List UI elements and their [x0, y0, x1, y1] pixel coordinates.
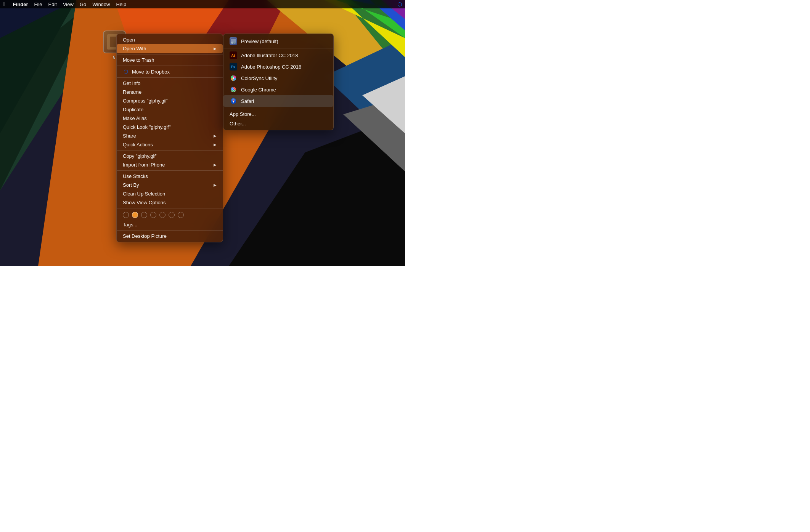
menu-item-duplicate[interactable]: Duplicate: [117, 105, 223, 114]
menu-item-use-stacks[interactable]: Use Stacks: [117, 172, 223, 181]
context-menu: Open Open With ▶ Move to Trash ⬡ Move to…: [116, 34, 223, 242]
menu-item-compress[interactable]: Compress "giphy.gif": [117, 96, 223, 105]
tag-dot-5[interactable]: [159, 212, 166, 218]
menubar:  Finder File Edit View Go Window Help ⬡: [0, 0, 405, 8]
separator-1: [117, 54, 223, 54]
submenu-item-app-store[interactable]: App Store...: [223, 109, 333, 119]
svg-point-23: [233, 42, 236, 44]
menu-item-rename[interactable]: Rename: [117, 88, 223, 96]
submenu-item-colorsync[interactable]: ColorSync Utility: [223, 72, 333, 84]
separator-6: [117, 208, 223, 208]
menu-item-quick-actions[interactable]: Quick Actions ▶: [117, 140, 223, 149]
submenu-item-preview[interactable]: Preview (default): [223, 35, 333, 47]
other-label: Other...: [230, 121, 246, 127]
quick-look-label: Quick Look "giphy.gif": [123, 124, 170, 130]
compress-label: Compress "giphy.gif": [123, 98, 169, 104]
photoshop-label: Adobe Photoshop CC 2018: [241, 64, 301, 70]
chrome-label: Google Chrome: [241, 87, 276, 93]
menu-item-make-alias[interactable]: Make Alias: [117, 114, 223, 123]
colorsync-label: ColorSync Utility: [241, 75, 277, 81]
separator-5: [117, 170, 223, 171]
app-name[interactable]: Finder: [13, 2, 28, 7]
menu-item-import-iphone[interactable]: Import from iPhone ▶: [117, 160, 223, 169]
photoshop-app-icon: Ps: [230, 63, 237, 71]
separator-3: [117, 77, 223, 78]
submenu-item-safari[interactable]: Safari: [223, 95, 333, 107]
menu-item-move-to-dropbox[interactable]: ⬡ Move to Dropbox: [117, 67, 223, 76]
submenu-open-with: Preview (default) Ai Adobe Illustrator C…: [223, 34, 334, 130]
import-iphone-arrow: ▶: [214, 163, 217, 167]
safari-app-icon: [230, 97, 237, 105]
menu-item-clean-up[interactable]: Clean Up Selection: [117, 189, 223, 198]
tag-dot-2[interactable]: [132, 212, 138, 218]
submenu-separator-1: [223, 48, 333, 48]
svg-point-22: [231, 42, 233, 44]
menu-view[interactable]: View: [63, 2, 74, 7]
tag-dot-4[interactable]: [150, 212, 156, 218]
menu-item-copy[interactable]: Copy "giphy.gif": [117, 152, 223, 160]
set-desktop-label: Set Desktop Picture: [123, 233, 167, 239]
show-view-options-label: Show View Options: [123, 200, 166, 205]
open-with-label: Open With: [123, 46, 146, 51]
share-arrow: ▶: [214, 134, 217, 138]
menu-item-share[interactable]: Share ▶: [117, 131, 223, 140]
safari-label: Safari: [241, 98, 254, 104]
tag-dot-1[interactable]: [123, 212, 129, 218]
quick-actions-label: Quick Actions: [123, 142, 153, 147]
preview-app-icon: [230, 37, 237, 45]
get-info-label: Get Info: [123, 80, 140, 86]
svg-point-29: [233, 77, 234, 79]
svg-text:Ps: Ps: [231, 65, 235, 69]
menu-item-sort-by[interactable]: Sort By ▶: [117, 181, 223, 189]
submenu-item-other[interactable]: Other...: [223, 119, 333, 128]
move-to-trash-label: Move to Trash: [123, 57, 154, 63]
clean-up-label: Clean Up Selection: [123, 191, 165, 197]
rename-label: Rename: [123, 89, 141, 95]
menu-item-set-desktop[interactable]: Set Desktop Picture: [117, 232, 223, 240]
submenu-item-chrome[interactable]: Google Chrome: [223, 84, 333, 95]
desktop:  Finder File Edit View Go Window Help ⬡…: [0, 0, 405, 266]
copy-label: Copy "giphy.gif": [123, 153, 158, 159]
chrome-app-icon: [230, 86, 237, 93]
submenu-item-illustrator[interactable]: Ai Adobe Illustrator CC 2018: [223, 50, 333, 61]
menu-help[interactable]: Help: [116, 2, 126, 7]
sort-by-arrow: ▶: [214, 183, 217, 187]
submenu-item-photoshop[interactable]: Ps Adobe Photoshop CC 2018: [223, 61, 333, 72]
open-label: Open: [123, 37, 135, 43]
submenu-separator-2: [223, 108, 333, 108]
tags-row: [117, 210, 223, 220]
illustrator-app-icon: Ai: [230, 51, 237, 59]
menu-item-quick-look[interactable]: Quick Look "giphy.gif": [117, 123, 223, 131]
tag-dot-6[interactable]: [169, 212, 175, 218]
menu-item-open[interactable]: Open: [117, 35, 223, 44]
menu-item-move-to-trash[interactable]: Move to Trash: [117, 56, 223, 64]
menu-edit[interactable]: Edit: [48, 2, 57, 7]
dropbox-menubar-icon[interactable]: ⬡: [397, 1, 402, 7]
preview-label: Preview (default): [241, 38, 278, 44]
sort-by-label: Sort By: [123, 182, 139, 188]
menu-file[interactable]: File: [34, 2, 42, 7]
colorsync-app-icon: [230, 74, 237, 82]
svg-point-32: [233, 89, 235, 91]
menu-go[interactable]: Go: [80, 2, 86, 7]
open-with-arrow: ▶: [214, 46, 217, 51]
menu-window[interactable]: Window: [92, 2, 110, 7]
separator-7: [117, 230, 223, 231]
make-alias-label: Make Alias: [123, 115, 147, 121]
app-store-label: App Store...: [230, 111, 256, 117]
use-stacks-label: Use Stacks: [123, 173, 148, 179]
tag-dot-7[interactable]: [178, 212, 184, 218]
tag-dot-3[interactable]: [141, 212, 147, 218]
menu-item-get-info[interactable]: Get Info: [117, 79, 223, 88]
illustrator-label: Adobe Illustrator CC 2018: [241, 53, 298, 58]
quick-actions-arrow: ▶: [214, 143, 217, 147]
apple-menu[interactable]: : [3, 1, 5, 8]
menu-item-show-view-options[interactable]: Show View Options: [117, 198, 223, 207]
tags-label: Tags...: [123, 222, 137, 228]
menu-item-open-with[interactable]: Open With ▶: [117, 44, 223, 53]
separator-4: [117, 150, 223, 151]
dropbox-icon: ⬡: [123, 69, 129, 75]
share-label: Share: [123, 133, 136, 139]
menu-item-tags[interactable]: Tags...: [117, 220, 223, 229]
separator-2: [117, 66, 223, 66]
